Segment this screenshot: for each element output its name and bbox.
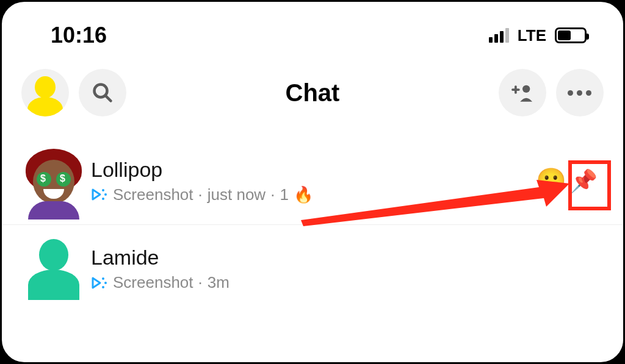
chat-subtitle: Screenshot · 3m <box>91 273 604 292</box>
chat-avatar <box>21 149 86 213</box>
clock-time: 10:16 <box>51 23 107 48</box>
screenshot-status-icon <box>91 187 108 202</box>
svg-point-4 <box>522 85 530 93</box>
chat-status-text: Screenshot <box>113 185 193 204</box>
fire-icon: 🔥 <box>294 185 313 204</box>
pin-icon: 📌 <box>570 168 598 194</box>
add-friend-icon <box>510 82 535 103</box>
chat-avatar <box>21 237 86 301</box>
chat-status-text: Screenshot <box>113 273 193 292</box>
chat-name: Lollipop <box>91 158 536 182</box>
chat-name: Lamide <box>91 246 604 269</box>
search-icon <box>92 82 114 104</box>
network-type-label: LTE <box>518 26 546 45</box>
page-title: Chat <box>286 79 340 107</box>
chat-row[interactable]: Lamide Screenshot · 3m <box>2 225 623 313</box>
chat-subtitle: Screenshot · just now · 1 🔥 <box>91 185 536 204</box>
svg-point-5 <box>102 189 104 191</box>
chat-header: Chat <box>2 57 623 137</box>
svg-point-8 <box>102 277 104 280</box>
cellular-signal-icon <box>489 28 509 43</box>
search-button[interactable] <box>79 69 126 116</box>
profile-button[interactable] <box>21 69 69 116</box>
chat-time: 3m <box>208 273 229 292</box>
friend-emoji: 😬 <box>536 166 566 195</box>
chat-list: Lollipop Screenshot · just now · 1 🔥 😬 📌 <box>2 137 623 313</box>
chat-time: just now <box>208 185 266 204</box>
screenshot-status-icon <box>91 276 108 290</box>
svg-point-6 <box>104 193 107 196</box>
app-screen: 10:16 LTE Chat <box>0 0 625 364</box>
svg-point-7 <box>102 198 104 200</box>
streak-count: 1 <box>280 185 288 204</box>
chat-row[interactable]: Lollipop Screenshot · just now · 1 🔥 😬 📌 <box>2 137 623 225</box>
svg-line-1 <box>106 96 111 101</box>
svg-point-9 <box>104 282 107 284</box>
add-friend-button[interactable] <box>499 69 546 116</box>
battery-icon <box>555 27 587 43</box>
svg-point-10 <box>102 286 104 288</box>
more-options-button[interactable] <box>556 69 604 116</box>
status-bar: 10:16 LTE <box>2 2 623 57</box>
status-indicators: LTE <box>489 26 587 45</box>
more-icon <box>568 90 591 96</box>
